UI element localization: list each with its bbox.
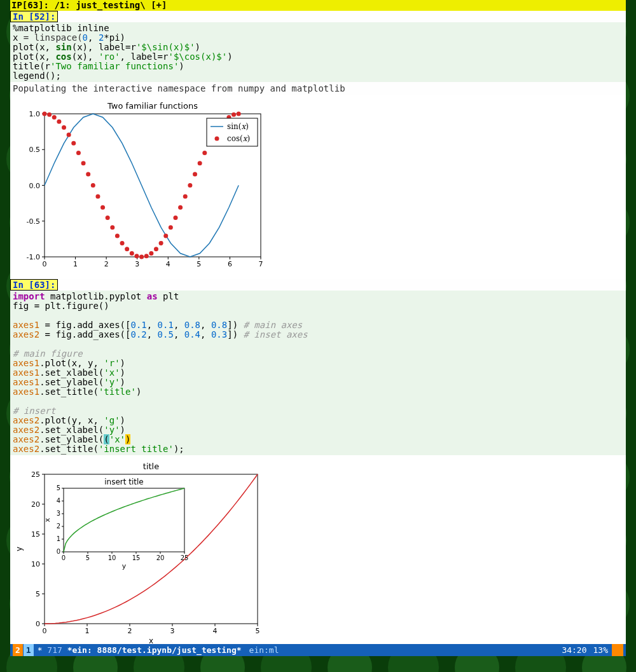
svg-point-31 xyxy=(57,120,61,124)
svg-text:-0.5: -0.5 xyxy=(27,217,40,226)
svg-text:1.0: 1.0 xyxy=(29,110,41,118)
svg-text:0.0: 0.0 xyxy=(29,182,41,190)
svg-point-55 xyxy=(173,216,177,220)
svg-text:0: 0 xyxy=(36,620,40,628)
svg-point-35 xyxy=(76,151,81,155)
modeline-endcap xyxy=(612,644,623,656)
svg-text:cos(x): cos(x) xyxy=(227,134,250,143)
svg-text:x: x xyxy=(149,636,153,644)
svg-text:0: 0 xyxy=(62,554,66,561)
svg-point-61 xyxy=(202,151,207,155)
svg-text:y: y xyxy=(15,547,24,551)
svg-text:15: 15 xyxy=(31,530,40,538)
svg-point-44 xyxy=(120,241,125,245)
svg-point-36 xyxy=(81,161,86,165)
modeline-modified-star: * xyxy=(38,644,43,656)
svg-point-54 xyxy=(169,225,173,230)
svg-text:5: 5 xyxy=(57,484,60,491)
title-insert-plot: title0123450510152025xyinsert title05101… xyxy=(13,462,267,644)
svg-point-53 xyxy=(163,234,168,238)
svg-text:2: 2 xyxy=(128,627,132,635)
modeline-major-mode: ein:ml xyxy=(249,644,279,656)
modeline-badge-1: 2 xyxy=(13,644,23,656)
svg-rect-103 xyxy=(64,488,184,552)
buffer-content[interactable]: In [52]: %matplotlib inline x = linspace… xyxy=(10,11,626,644)
svg-point-39 xyxy=(95,195,100,199)
svg-text:15: 15 xyxy=(132,554,141,561)
svg-point-49 xyxy=(144,254,149,258)
code-block[interactable]: import matplotlib.pyplot as plt fig = pl… xyxy=(10,291,626,455)
svg-text:-1.0: -1.0 xyxy=(27,253,40,261)
svg-text:3: 3 xyxy=(170,627,175,635)
chart-output-2: title0123450510152025xyinsert title05101… xyxy=(10,455,626,644)
svg-text:10: 10 xyxy=(31,560,40,568)
svg-text:6: 6 xyxy=(228,260,232,268)
svg-text:Two familiar functions: Two familiar functions xyxy=(107,101,198,111)
svg-point-45 xyxy=(125,247,129,251)
svg-text:20: 20 xyxy=(156,554,165,561)
svg-text:4: 4 xyxy=(57,497,60,504)
modeline-badge-2: 1 xyxy=(24,644,34,656)
svg-point-59 xyxy=(193,172,197,176)
svg-point-67 xyxy=(232,113,236,117)
svg-point-57 xyxy=(183,195,188,199)
svg-text:1: 1 xyxy=(73,260,78,268)
output-text: Populating the interactive namespace fro… xyxy=(10,82,626,95)
svg-point-51 xyxy=(154,247,158,251)
svg-point-52 xyxy=(159,241,163,245)
code-block[interactable]: %matplotlib inline x = linspace(0, 2*pi)… xyxy=(10,22,626,82)
svg-text:1: 1 xyxy=(85,627,90,635)
cursor-region-open: ( xyxy=(104,434,109,444)
svg-point-34 xyxy=(71,141,76,146)
svg-point-56 xyxy=(178,205,183,210)
svg-text:2: 2 xyxy=(57,523,60,530)
svg-point-37 xyxy=(86,172,90,176)
svg-point-72 xyxy=(215,137,219,141)
svg-point-33 xyxy=(67,132,71,137)
svg-text:1: 1 xyxy=(57,535,60,542)
svg-text:title: title xyxy=(143,462,159,471)
svg-text:sin(x): sin(x) xyxy=(227,122,249,131)
svg-point-58 xyxy=(188,183,192,188)
svg-text:insert title: insert title xyxy=(104,477,144,486)
svg-text:25: 25 xyxy=(31,470,40,479)
svg-point-40 xyxy=(100,205,105,210)
svg-point-46 xyxy=(130,251,134,256)
svg-text:0: 0 xyxy=(43,627,47,635)
modeline-buffer-name: *ein: 8888/test.ipynb/just_testing* xyxy=(67,644,242,656)
notebook-cell-52[interactable]: In [52]: %matplotlib inline x = linspace… xyxy=(10,11,626,279)
modeline-line-info: 717 xyxy=(47,644,62,656)
input-prompt: In [63]: xyxy=(10,279,58,291)
svg-text:4: 4 xyxy=(213,627,218,635)
svg-text:x: x xyxy=(43,518,52,522)
svg-text:4: 4 xyxy=(166,260,170,268)
two-familiar-functions-plot: Two familiar functions01234567-1.0-0.50.… xyxy=(13,101,267,273)
svg-text:5: 5 xyxy=(86,554,90,561)
svg-text:10: 10 xyxy=(108,554,116,561)
emacs-window: IP[63]: /1: just_testing\ [+] In [52]: %… xyxy=(10,0,626,656)
chart-output-1: Two familiar functions01234567-1.0-0.50.… xyxy=(10,95,626,279)
svg-text:5: 5 xyxy=(36,590,40,598)
svg-text:7: 7 xyxy=(259,260,263,268)
modeline-scroll-percent: 13% xyxy=(593,644,608,656)
svg-point-28 xyxy=(43,112,47,116)
svg-point-68 xyxy=(237,112,241,116)
svg-text:3: 3 xyxy=(57,510,60,517)
svg-point-30 xyxy=(52,115,57,120)
notebook-cell-63[interactable]: In [63]: import matplotlib.pyplot as plt… xyxy=(10,279,626,644)
svg-text:25: 25 xyxy=(181,554,189,561)
svg-text:0: 0 xyxy=(43,260,47,268)
svg-text:0.5: 0.5 xyxy=(29,146,41,154)
svg-text:5: 5 xyxy=(197,260,201,268)
cursor-position: ) xyxy=(125,434,130,444)
svg-point-43 xyxy=(115,234,120,238)
window-titlebar: IP[63]: /1: just_testing\ [+] xyxy=(10,0,626,11)
svg-text:3: 3 xyxy=(135,260,139,268)
input-prompt: In [52]: xyxy=(10,11,58,22)
svg-point-41 xyxy=(106,216,110,220)
svg-text:y: y xyxy=(122,562,127,570)
svg-point-47 xyxy=(134,254,139,258)
svg-rect-75 xyxy=(45,474,258,624)
svg-point-50 xyxy=(149,251,153,256)
svg-point-48 xyxy=(139,255,144,259)
